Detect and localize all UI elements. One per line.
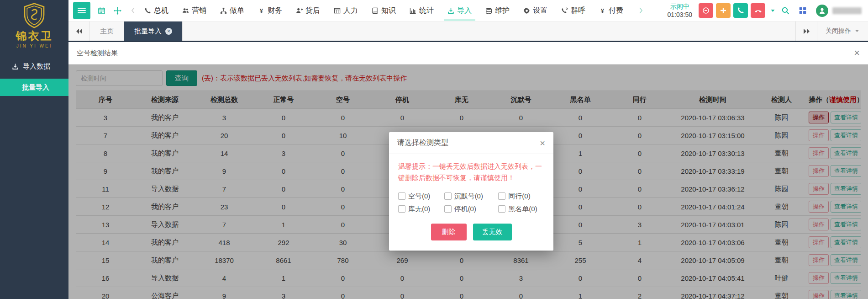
nav-item-label: 总机 bbox=[154, 6, 168, 16]
username-blurred bbox=[832, 7, 862, 14]
checkbox-halted[interactable]: 停机(0) bbox=[444, 205, 499, 214]
tab-batch-import[interactable]: 批量导入× bbox=[124, 21, 183, 41]
nav-item-finance[interactable]: ¥财务 bbox=[258, 0, 282, 21]
close-actions-dropdown[interactable]: 关闭操作 bbox=[817, 21, 868, 41]
tabs-expand-icon[interactable] bbox=[795, 21, 817, 41]
users-icon bbox=[182, 7, 189, 14]
sidebar: 锦衣卫 JIN YI WEI 导入数据批量导入 bbox=[0, 0, 68, 299]
dial-button[interactable] bbox=[733, 3, 748, 18]
user-plus-icon bbox=[296, 7, 303, 14]
sidebar-item-label: 批量导入 bbox=[22, 83, 49, 92]
main-menu: 总机营销做单¥财务贷后人力知识统计导入维护设置群呼¥付费 bbox=[144, 0, 637, 21]
checkbox-icon bbox=[498, 205, 505, 213]
person-icon bbox=[818, 7, 826, 15]
nav-item-label: 营销 bbox=[192, 6, 206, 16]
modal-title: 请选择检测类型 bbox=[397, 138, 448, 148]
nav-item-orders[interactable]: 做单 bbox=[220, 0, 244, 21]
shield-logo-icon bbox=[21, 3, 47, 28]
modal-body: 温馨提示：一键丢无效后数据进入无效列表，一键删除后数据不可恢复，请谨慎使用！ 空… bbox=[389, 154, 553, 215]
nav-item-label: 做单 bbox=[230, 6, 244, 16]
sidebar-item-import-data[interactable]: 导入数据 bbox=[0, 58, 68, 75]
tabs-container: 主页批量导入× bbox=[90, 21, 183, 41]
nav-item-label: 人力 bbox=[343, 6, 358, 16]
nav-item-label: 付费 bbox=[609, 6, 623, 16]
checkbox-icon bbox=[398, 205, 405, 213]
call-buttons bbox=[699, 3, 765, 18]
move-crosshair-icon[interactable] bbox=[114, 7, 121, 15]
checkbox-label: 停机(0) bbox=[454, 205, 476, 214]
brand-subtitle: JIN YI WEI bbox=[0, 43, 68, 48]
modal-warning-text: 温馨提示：一键丢无效后数据进入无效列表，一键删除后数据不可恢复，请谨慎使用！ bbox=[398, 161, 544, 184]
nav-back-icon[interactable] bbox=[130, 7, 137, 14]
panel-title: 空号检测结果 bbox=[77, 49, 118, 58]
nav-item-label: 设置 bbox=[533, 6, 547, 16]
panel-close-icon[interactable]: × bbox=[854, 48, 860, 58]
yen-icon: ¥ bbox=[258, 7, 265, 14]
brand-logo: 锦衣卫 JIN YI WEI bbox=[0, 0, 68, 53]
nav-forward-icon[interactable] bbox=[637, 7, 644, 14]
yen-icon: ¥ bbox=[599, 7, 606, 14]
checkbox-stock-none[interactable]: 库无(0) bbox=[398, 205, 444, 214]
checkbox-label: 空号(0) bbox=[408, 192, 430, 201]
book-icon bbox=[372, 7, 379, 14]
tab-home[interactable]: 主页 bbox=[90, 21, 124, 41]
checkbox-grid: 空号(0)沉默号(0)同行(0)库无(0)停机(0)黑名单(0) bbox=[398, 192, 544, 214]
menu-toggle-button[interactable] bbox=[73, 2, 90, 19]
nav-item-maintain[interactable]: 维护 bbox=[485, 0, 510, 21]
svg-text:¥: ¥ bbox=[601, 7, 605, 14]
status-timer: 01:03:50 bbox=[668, 11, 693, 19]
calendar-icon[interactable] bbox=[98, 7, 105, 15]
modal-close-icon[interactable]: × bbox=[540, 139, 545, 148]
close-actions-label: 关闭操作 bbox=[826, 27, 851, 35]
checkbox-label: 沉默号(0) bbox=[454, 192, 483, 201]
nav-item-settings[interactable]: 设置 bbox=[523, 0, 547, 21]
nav-item-post-loan[interactable]: 贷后 bbox=[296, 0, 320, 21]
checkbox-icon bbox=[444, 205, 452, 213]
tabs-collapse-icon[interactable] bbox=[68, 21, 90, 41]
phone-white-icon bbox=[737, 7, 744, 14]
call-caret-down-icon[interactable] bbox=[770, 8, 776, 14]
toolbar-quick-icons bbox=[98, 7, 121, 15]
add-button[interactable] bbox=[716, 3, 731, 18]
discard-invalid-button[interactable]: 丢无效 bbox=[473, 224, 512, 240]
content-body: 查询 (丢)：表示该数据已丢入无效列表,如需要恢复，请在无效列表中操作 序号 检… bbox=[68, 64, 868, 299]
tab-close-icon[interactable]: × bbox=[165, 28, 172, 35]
nav-item-group-call[interactable]: 群呼 bbox=[561, 0, 585, 21]
nav-item-pay[interactable]: ¥付费 bbox=[599, 0, 623, 21]
import-icon bbox=[447, 7, 454, 14]
status-state: 示闲中 bbox=[668, 2, 693, 11]
main-column: 总机营销做单¥财务贷后人力知识统计导入维护设置群呼¥付费 示闲中 01:03:5… bbox=[68, 0, 868, 299]
nav-item-import[interactable]: 导入 bbox=[447, 0, 472, 21]
panel-header: 空号检测结果 × bbox=[68, 42, 868, 64]
nav-item-marketing[interactable]: 营销 bbox=[182, 0, 206, 21]
caret-down-icon bbox=[854, 28, 860, 34]
tab-label: 主页 bbox=[100, 27, 114, 36]
plus-icon bbox=[720, 7, 727, 14]
hangup-icon bbox=[754, 7, 762, 15]
sidebar-menu: 导入数据批量导入 bbox=[0, 58, 68, 96]
tab-bar: 主页批量导入× 关闭操作 bbox=[68, 21, 868, 42]
checkbox-peer[interactable]: 同行(0) bbox=[498, 192, 544, 201]
database-icon bbox=[485, 7, 492, 14]
sidebar-item-batch-import[interactable]: 批量导入 bbox=[0, 79, 68, 96]
delete-button[interactable]: 删除 bbox=[431, 224, 467, 240]
nav-item-hr[interactable]: 人力 bbox=[334, 0, 358, 21]
nav-item-switchboard[interactable]: 总机 bbox=[144, 0, 168, 21]
tab-label: 批量导入 bbox=[134, 27, 162, 36]
checkbox-blacklist[interactable]: 黑名单(0) bbox=[498, 205, 544, 214]
nav-item-statistics[interactable]: 统计 bbox=[410, 0, 434, 21]
modal-footer: 删除 丢无效 bbox=[389, 215, 553, 251]
nav-item-knowledge[interactable]: 知识 bbox=[372, 0, 396, 21]
hangup-button[interactable] bbox=[751, 3, 765, 18]
checkbox-silent[interactable]: 沉默号(0) bbox=[444, 192, 499, 201]
search-icon[interactable] bbox=[781, 6, 789, 15]
nav-item-label: 群呼 bbox=[571, 6, 585, 16]
user-avatar[interactable] bbox=[816, 5, 828, 17]
app-window: 锦衣卫 JIN YI WEI 导入数据批量导入 总机营销做单¥财务贷后人力知识统… bbox=[0, 0, 868, 299]
checkbox-empty[interactable]: 空号(0) bbox=[398, 192, 444, 201]
nav-item-label: 贷后 bbox=[305, 6, 320, 16]
agent-status: 示闲中 01:03:50 bbox=[668, 2, 693, 19]
busy-button[interactable] bbox=[699, 3, 713, 18]
apps-grid-icon[interactable] bbox=[799, 6, 807, 15]
checkbox-icon bbox=[444, 192, 452, 200]
